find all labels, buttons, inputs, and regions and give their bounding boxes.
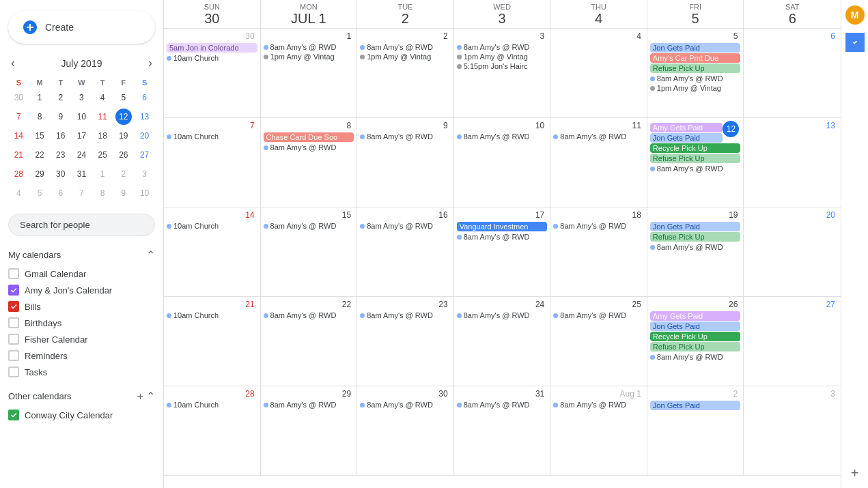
allday-event[interactable]: Refuse Pick Up xyxy=(650,154,741,163)
day-number[interactable]: 3 xyxy=(745,388,839,400)
timed-event[interactable]: 1pm Amy @ Vintag xyxy=(456,52,549,61)
allday-event[interactable]: Refuse Pick Up xyxy=(650,232,741,242)
other-calendar-item[interactable]: Conway City Calendar xyxy=(0,407,163,423)
day-number[interactable]: 4 xyxy=(552,30,645,42)
day-cell[interactable]: 238am Amy's @ RWD xyxy=(357,297,454,386)
calendar-item[interactable]: Fisher Calendar xyxy=(0,331,163,347)
day-cell[interactable]: 6 xyxy=(744,29,841,117)
timed-event[interactable]: 1pm Amy @ Vintag xyxy=(649,83,742,93)
search-people-input[interactable]: Search for people xyxy=(8,214,155,236)
day-number[interactable]: 14 xyxy=(165,209,259,221)
add-other-calendar-icon[interactable]: + xyxy=(137,390,143,403)
day-number[interactable]: 30 xyxy=(165,30,259,42)
mini-cal-day[interactable]: 31 xyxy=(71,164,92,184)
day-cell[interactable]: 228am Amy's @ RWD xyxy=(261,297,358,386)
allday-event[interactable]: Jon Gets Paid xyxy=(650,222,741,231)
day-cell[interactable]: 8Chase Card Due Soo8am Amy's @ RWD xyxy=(261,118,358,207)
google-meet-icon[interactable]: M xyxy=(845,5,865,25)
mini-cal-day[interactable]: 9 xyxy=(50,107,71,126)
day-number[interactable]: 20 xyxy=(745,209,839,221)
timed-event[interactable]: 8am Amy's @ RWD xyxy=(262,42,356,52)
timed-event[interactable]: 8am Amy's @ RWD xyxy=(649,164,742,173)
day-cell[interactable]: 318am Amy's @ RWD xyxy=(454,386,551,475)
mini-cal-day[interactable]: 12 xyxy=(113,107,135,126)
mini-cal-day[interactable]: 2 xyxy=(50,88,71,107)
allday-event[interactable]: Refuse Pick Up xyxy=(650,63,741,73)
timed-event[interactable]: 8am Amy's @ RWD xyxy=(456,132,549,141)
mini-cal-day[interactable]: 7 xyxy=(71,184,92,203)
timed-event[interactable]: 10am Church xyxy=(165,400,259,410)
day-number[interactable]: 17 xyxy=(456,209,549,221)
day-cell[interactable]: 258am Amy's @ RWD xyxy=(550,297,647,386)
mini-cal-day[interactable]: 6 xyxy=(134,88,155,107)
mini-cal-day[interactable]: 1 xyxy=(29,88,51,107)
allday-event[interactable]: Chase Card Due Soo xyxy=(264,132,354,142)
mini-cal-day[interactable]: 2 xyxy=(113,164,135,184)
timed-event[interactable]: 8am Amy's @ RWD xyxy=(552,311,645,320)
day-cell[interactable]: 1410am Church xyxy=(164,207,261,296)
timed-event[interactable]: 5:15pm Jon's Hairc xyxy=(456,61,549,71)
day-cell[interactable]: 2Jon Gets Paid xyxy=(647,386,744,475)
mini-cal-day[interactable]: 18 xyxy=(92,126,113,145)
day-number[interactable]: 28 xyxy=(165,388,259,400)
timed-event[interactable]: 8am Amy's @ RWD xyxy=(552,132,645,141)
other-calendars-header[interactable]: Other calendars + ⌃ xyxy=(0,386,163,407)
allday-event[interactable]: Jon Gets Paid xyxy=(650,133,723,143)
week-date-num[interactable]: 2 xyxy=(357,11,453,27)
mini-cal-day[interactable]: 17 xyxy=(71,126,92,145)
day-cell[interactable]: 168am Amy's @ RWD xyxy=(357,207,454,296)
day-cell[interactable]: 158am Amy's @ RWD xyxy=(261,207,358,296)
day-cell[interactable]: 20 xyxy=(744,207,841,296)
day-number[interactable]: 30 xyxy=(359,388,452,400)
allday-event[interactable]: Amy's Car Pmt Due xyxy=(650,53,741,63)
day-cell[interactable]: 19Jon Gets PaidRefuse Pick Up8am Amy's @… xyxy=(647,207,744,296)
timed-event[interactable]: 8am Amy's @ RWD xyxy=(456,42,549,52)
day-cell[interactable]: 710am Church xyxy=(164,118,261,207)
calendar-item[interactable]: Gmail Calendar xyxy=(0,265,163,282)
day-cell[interactable]: Aug 18am Amy's @ RWD xyxy=(550,386,647,475)
allday-event[interactable]: Jon Gets Paid xyxy=(650,401,741,410)
day-cell[interactable]: 108am Amy's @ RWD xyxy=(454,118,551,207)
day-number[interactable]: 8 xyxy=(262,119,356,132)
day-number[interactable]: 21 xyxy=(165,298,259,311)
mini-cal-day[interactable]: 15 xyxy=(29,126,51,145)
allday-event[interactable]: Amy Gets Paid xyxy=(650,311,741,321)
calendar-item[interactable]: Bills xyxy=(0,298,163,315)
timed-event[interactable]: 8am Amy's @ RWD xyxy=(456,232,549,242)
day-number[interactable]: 1 xyxy=(262,30,356,42)
mini-cal-day[interactable]: 11 xyxy=(92,107,113,126)
day-cell[interactable]: 3 xyxy=(744,386,841,475)
mini-cal-day[interactable]: 5 xyxy=(113,88,135,107)
timed-event[interactable]: 1pm Amy @ Vintag xyxy=(359,52,452,61)
timed-event[interactable]: 8am Amy's @ RWD xyxy=(262,221,356,231)
day-number[interactable]: 25 xyxy=(552,298,645,311)
mini-cal-day[interactable]: 4 xyxy=(8,184,29,203)
timed-event[interactable]: 10am Church xyxy=(165,53,259,63)
mini-cal-day[interactable]: 30 xyxy=(50,164,71,184)
calendar-item[interactable]: Amy & Jon's Calendar xyxy=(0,282,163,298)
mini-cal-day[interactable]: 25 xyxy=(92,145,113,164)
day-cell[interactable]: 98am Amy's @ RWD xyxy=(357,118,454,207)
day-cell[interactable]: 248am Amy's @ RWD xyxy=(454,297,551,386)
timed-event[interactable]: 8am Amy's @ RWD xyxy=(262,143,356,152)
day-cell[interactable]: 12Amy Gets PaidJon Gets PaidRecycle Pick… xyxy=(647,118,744,207)
calendar-body[interactable]: 305am Jon in Colorado10am Church18am Amy… xyxy=(164,29,841,488)
mini-cal-day[interactable]: 3 xyxy=(134,164,155,184)
day-number[interactable]: 10 xyxy=(456,119,549,132)
mini-cal-day[interactable]: 23 xyxy=(50,145,71,164)
day-number[interactable]: 18 xyxy=(552,209,645,221)
timed-event[interactable]: 8am Amy's @ RWD xyxy=(262,400,356,410)
day-number[interactable]: 12 xyxy=(649,119,742,122)
mini-cal-day[interactable]: 30 xyxy=(8,88,29,107)
day-number[interactable]: 29 xyxy=(262,388,356,400)
mini-cal-day[interactable]: 19 xyxy=(113,126,135,145)
day-number[interactable]: Aug 1 xyxy=(552,388,645,400)
day-number[interactable]: 16 xyxy=(359,209,452,221)
calendar-item[interactable]: Birthdays xyxy=(0,315,163,331)
mini-cal-day[interactable]: 4 xyxy=(92,88,113,107)
day-cell[interactable]: 2110am Church xyxy=(164,297,261,386)
week-date-num[interactable]: 30 xyxy=(164,11,260,27)
day-number[interactable]: 22 xyxy=(262,298,356,311)
allday-event[interactable]: Refuse Pick Up xyxy=(650,342,741,351)
timed-event[interactable]: 10am Church xyxy=(165,221,259,231)
